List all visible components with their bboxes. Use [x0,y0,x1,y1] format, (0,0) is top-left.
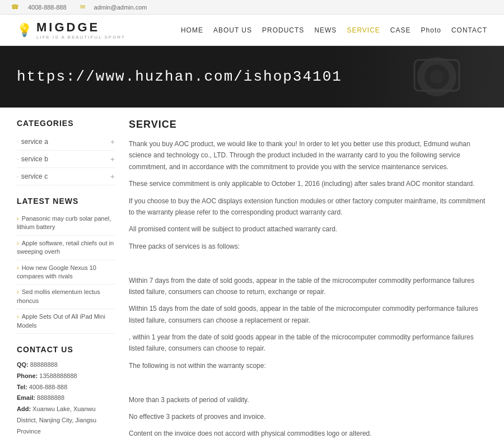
topbar-email: admin@admin.com [94,4,147,11]
dot-icon: · [17,174,18,180]
content-p7: Within 15 days from the date of sold goo… [129,303,487,326]
tel-value: 4008-888-888 [29,384,68,390]
content-p2: If you choose to buy the AOC displays ex… [129,195,487,218]
content-p1: These service commitment is only applica… [129,178,487,189]
content-p0: Thank you buy AOC product, we would like… [129,138,487,172]
logo-text: MIGDGE [36,20,100,34]
hero-camera-decoration [403,52,470,102]
content-p12: No effective 3 packets of prooves and in… [129,411,487,422]
header: 💡 MIGDGE LIFE IS A BEAUTIFUL SPORT HOME … [0,15,504,46]
news-item-3[interactable]: Sed mollis elementum lectus rhoncus [17,285,115,309]
service-title: SERVICE [129,119,487,130]
content-p9: The following is not within the warranty… [129,360,487,371]
nav-photo[interactable]: Photo [421,26,441,34]
news-item-1[interactable]: Apple software, retail chiefs out in swe… [17,236,115,260]
contact-us-title: CONTACT US [17,345,115,354]
logo: 💡 MIGDGE LIFE IS A BEAUTIFUL SPORT [17,20,125,40]
hero-url: https://www.huzhan.com/ishop34101 [17,68,342,85]
tel-label: Tel: [17,384,27,390]
categories-title: CATEGORIES [17,119,115,128]
logo-sub: LIFE IS A BEAUTIFUL SPORT [36,35,125,40]
main-content: CATEGORIES ·service a + ·service b + ·se… [0,108,504,443]
contact-section: CONTACT US QQ: 88888888 Phone: 135888888… [17,345,115,437]
qq-label: QQ: [17,361,29,368]
expand-icon-a: + [110,137,115,146]
svg-point-2 [430,70,444,83]
categories-section: CATEGORIES ·service a + ·service b + ·se… [17,119,115,185]
content-p4: Three packs of services is as follows: [129,241,487,252]
news-title: LATEST NEWS [17,197,115,206]
content-p6: Within 7 days from the date of sold good… [129,275,487,298]
qq-value: 88888888 [30,361,58,368]
content-p10 [129,377,487,388]
nav-about[interactable]: ABOUT US [213,26,252,34]
contact-info: QQ: 88888888 Phone: 13588888888 Tel: 400… [17,360,115,437]
content-p11: More than 3 packets of period of validit… [129,394,487,405]
expand-icon-b: + [110,155,115,164]
email-value: 88888888 [37,394,64,401]
content-p13: Content on the invoice does not accord w… [129,428,487,439]
phone-value: 13588888888 [39,372,77,379]
sidebar-item-service-b[interactable]: ·service b + [17,151,115,168]
phone-label: Phone: [17,372,38,379]
sidebar: CATEGORIES ·service a + ·service b + ·se… [17,119,115,443]
news-section: LATEST NEWS Panasonic may curb solar pan… [17,197,115,334]
news-item-0[interactable]: Panasonic may curb solar panel, lithium … [17,211,115,236]
topbar-phone: 4008-888-888 [28,4,67,11]
nav-case[interactable]: CASE [390,26,411,34]
sidebar-item-service-a[interactable]: ·service a + [17,133,115,151]
nav-news[interactable]: NEWS [314,26,337,34]
content-p3: All promised content will be subject to … [129,223,487,235]
hero-banner: https://www.huzhan.com/ishop34101 [0,46,504,108]
nav-products[interactable]: PRODUCTS [262,26,304,34]
top-bar: ☎ 4008-888-888 ✉ admin@admin.com [0,0,504,15]
content-p5 [129,258,487,269]
expand-icon-c: + [110,172,115,181]
news-item-4[interactable]: Apple Sets Out of All iPad Mini Models [17,309,115,334]
dot-icon: · [17,156,18,162]
service-content: SERVICE Thank you buy AOC product, we wo… [129,119,487,443]
nav-contact[interactable]: CONTACT [451,26,487,34]
content-p8: , within 1 year from the date of sold go… [129,332,487,355]
nav-service[interactable]: SERVICE [347,26,380,34]
nav-home[interactable]: HOME [181,26,203,34]
dot-icon: · [17,139,18,145]
news-list: Panasonic may curb solar panel, lithium … [17,211,115,334]
email-icon: ✉ [80,3,85,11]
email-label: Email: [17,394,35,401]
phone-icon: ☎ [11,3,19,11]
news-item-2[interactable]: How new Google Nexus 10 compares with ri… [17,260,115,285]
add-label: Add: [17,405,31,412]
sidebar-item-service-c[interactable]: ·service c + [17,168,115,185]
logo-icon: 💡 [17,23,32,38]
main-nav: HOME ABOUT US PRODUCTS NEWS SERVICE CASE… [181,26,487,34]
